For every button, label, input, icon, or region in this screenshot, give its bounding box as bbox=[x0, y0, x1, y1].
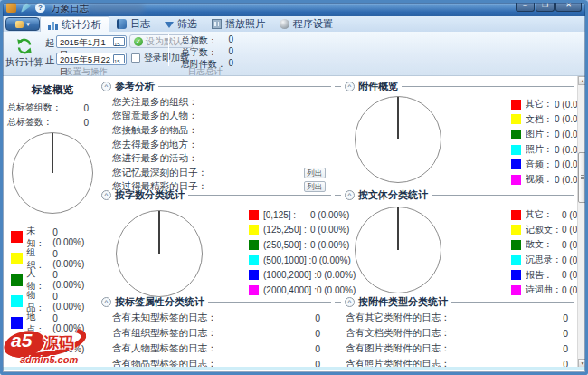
app-menu-button[interactable]: ▾ bbox=[5, 17, 40, 31]
legend-swatch bbox=[11, 274, 23, 286]
reference-item: 您进行最多的活动： bbox=[101, 151, 331, 166]
title-bar: ? 万象日志 – ❐ ✕ bbox=[0, 0, 588, 16]
legend-swatch bbox=[11, 231, 23, 243]
tab-program-settings[interactable]: 程序设置 bbox=[272, 16, 340, 32]
legend-label: (250,500] : bbox=[263, 240, 310, 250]
row-label: 含有文档类附件的日志： bbox=[346, 327, 450, 340]
collapse-icon[interactable]: ^ bbox=[345, 297, 355, 307]
reference-item: 您接触最多的物品： bbox=[101, 123, 331, 138]
section-title: 按附件类型分类统计 bbox=[358, 295, 448, 309]
reference-item: 您留意最多的人物： bbox=[101, 110, 331, 124]
watermark-domain: admin5.com bbox=[20, 354, 78, 365]
row-value: 0 bbox=[563, 328, 568, 339]
ribbon-tabs: 统计分析 日志 筛选 播放照片 程序设置 bbox=[40, 16, 340, 32]
close-button[interactable]: ✕ bbox=[555, 0, 582, 12]
calendar-day: 15 bbox=[114, 59, 120, 64]
legend-value: 0 (0.00%) bbox=[310, 210, 349, 220]
list-button[interactable]: 列出 bbox=[304, 168, 326, 178]
tab-label: 日志 bbox=[130, 17, 150, 31]
reference-item: 您记忆最深刻的日子：列出 bbox=[101, 166, 331, 180]
row-value: 0 bbox=[315, 328, 320, 339]
section-rule bbox=[188, 195, 331, 196]
row-value: 0 bbox=[563, 343, 568, 354]
section-rule bbox=[208, 302, 331, 303]
reference-item: 您关注最多的组织： bbox=[101, 95, 331, 110]
scroll-up-icon[interactable]: ▲ bbox=[578, 76, 587, 85]
stat-row: 含有文档类附件的日志：0 bbox=[335, 325, 574, 341]
legend-label: 沉思录： bbox=[526, 254, 562, 266]
minimize-button[interactable]: – bbox=[516, 0, 535, 12]
legend-item: [0,125] :0 (0.00%) bbox=[249, 207, 356, 223]
scrollbar-thumb[interactable] bbox=[578, 152, 587, 203]
stat-value: 0 bbox=[228, 46, 233, 59]
stat-row: 含有图片类附件的日志：0 bbox=[335, 341, 574, 356]
total-words-stat: 总字数： 0 bbox=[181, 46, 233, 59]
calendar-picker-icon[interactable]: 15 bbox=[113, 37, 125, 46]
legend-value: 0 (0.00%) bbox=[52, 270, 90, 290]
legend-swatch bbox=[511, 114, 521, 124]
pencil-icon[interactable] bbox=[21, 3, 31, 13]
word-count-legend: [0,125] :0 (0.00%) (125,250] :0 (0.00%) … bbox=[249, 207, 356, 298]
pie-chart-word-count bbox=[116, 210, 203, 297]
vertical-scrollbar[interactable]: ▲ ▼ bbox=[577, 76, 586, 368]
help-icon[interactable]: ? bbox=[35, 3, 45, 13]
legend-swatch bbox=[511, 255, 521, 265]
collapse-icon[interactable]: ^ bbox=[345, 82, 355, 91]
row-value: 0 bbox=[315, 312, 320, 323]
tab-label: 播放照片 bbox=[225, 17, 265, 31]
legend-swatch bbox=[249, 270, 259, 280]
maximize-button[interactable]: ❐ bbox=[536, 0, 555, 12]
tab-journal[interactable]: 日志 bbox=[109, 16, 157, 32]
legend-label: (1000,2000] : bbox=[263, 270, 317, 280]
section-attachment-overview: ^ 附件概览 其它：0 (0.00%) 文档：0 (0.00%) 图片：0 (0… bbox=[335, 80, 574, 92]
stat-label: 总标签数： bbox=[7, 116, 52, 129]
legend-value: 0 (0.00%) bbox=[317, 270, 356, 280]
tab-statistics[interactable]: 统计分析 bbox=[40, 16, 109, 32]
stat-label: 总篇数： bbox=[181, 34, 217, 47]
filter-icon bbox=[165, 22, 174, 28]
collapse-icon[interactable]: ^ bbox=[345, 190, 355, 200]
tab-play-photos[interactable]: 播放照片 bbox=[204, 16, 272, 32]
collapse-icon[interactable]: ^ bbox=[101, 190, 111, 200]
ribbon-body: 执行计算 起： 2015年1月1日 15 止： 2015年5月22日 15 ✓ … bbox=[0, 32, 588, 76]
date-to-input[interactable]: 2015年5月22日 15 bbox=[56, 53, 127, 65]
collapse-icon[interactable]: ^ bbox=[101, 82, 111, 91]
section-attachment-type-stats: ^ 按附件类型分类统计 含有其它类附件的日志：0 含有文档类附件的日志：0 含有… bbox=[335, 295, 574, 372]
legend-swatch bbox=[511, 240, 521, 250]
row-value: 0 bbox=[563, 312, 568, 323]
tag-group-count: 总标签组数： 0 bbox=[7, 101, 98, 115]
legend-item: 未知：0 (0.00%) bbox=[11, 226, 90, 248]
green-check-icon: ✓ bbox=[134, 37, 143, 46]
pie-chart-attachments bbox=[355, 96, 441, 183]
stat-label: 总字数： bbox=[181, 46, 217, 59]
stat-row: 含有其它类附件的日志：0 bbox=[335, 310, 574, 325]
stat-row: 含有物品型标签的日志：0 bbox=[101, 357, 331, 372]
section-title: 按字数分类统计 bbox=[115, 188, 185, 202]
ribbon-group-separator bbox=[168, 34, 169, 66]
section-rule bbox=[432, 195, 574, 196]
section-title: 附件概览 bbox=[358, 80, 398, 93]
row-value: 0 bbox=[315, 343, 320, 354]
login-load-checkbox[interactable] bbox=[131, 53, 140, 62]
section-genre-stats: ^ 按文体分类统计 其它：0 (0.00%) 记叙文：0 (0.00%) 散文：… bbox=[335, 188, 574, 201]
tab-filter[interactable]: 筛选 bbox=[157, 16, 204, 32]
row-label: 含有图片类附件的日志： bbox=[346, 342, 450, 355]
legend-label: 文档： bbox=[526, 113, 555, 126]
section-rule bbox=[335, 195, 341, 196]
legend-swatch bbox=[511, 100, 521, 110]
reference-item: 您去得最多的地方： bbox=[101, 138, 331, 152]
legend-value: 0 (0.00%) bbox=[317, 285, 356, 295]
stat-value: 0 bbox=[228, 34, 233, 47]
legend-swatch bbox=[511, 175, 521, 185]
legend-swatch bbox=[511, 159, 521, 169]
stamp-icon[interactable] bbox=[6, 3, 16, 13]
legend-item: (500,1000] :0 (0.00%) bbox=[249, 253, 356, 268]
calendar-picker-icon[interactable]: 15 bbox=[113, 54, 125, 63]
legend-label: 其它： bbox=[526, 208, 562, 221]
section-rule bbox=[158, 86, 331, 87]
reference-label: 您接触最多的物品： bbox=[112, 124, 198, 137]
stat-row: 含有组织型标签的日志：0 bbox=[101, 325, 331, 341]
journal-icon bbox=[117, 19, 127, 29]
collapse-icon[interactable]: ^ bbox=[101, 297, 111, 307]
date-from-input[interactable]: 2015年1月1日 15 bbox=[56, 35, 127, 48]
